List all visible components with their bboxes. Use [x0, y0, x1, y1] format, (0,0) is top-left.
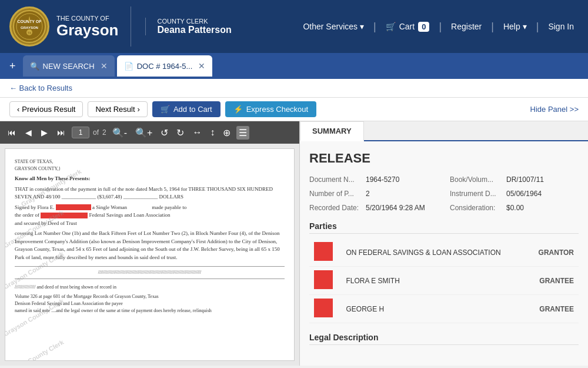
recorded-date-row: Recorded Date: 5/20/1964 9:28 AM: [309, 204, 438, 212]
instrument-date-row: Instrument D... 05/06/1964: [450, 190, 579, 198]
new-search-tab[interactable]: 🔍 NEW SEARCH ✕: [23, 55, 115, 77]
page-number-input[interactable]: [72, 127, 89, 138]
add-tab-button[interactable]: +: [5, 58, 21, 75]
close-new-search-tab[interactable]: ✕: [101, 61, 108, 71]
party-name: ON FEDERAL SAVINGS & LOAN ASSOCIATION: [341, 238, 527, 267]
party-role: GRANTEE: [527, 267, 579, 295]
close-doc-tab[interactable]: ✕: [198, 61, 205, 71]
zoom-fit-button[interactable]: ⊕: [220, 126, 233, 140]
document-type-title: RELEASE: [309, 151, 579, 166]
doc-tab[interactable]: 📄 DOC # 1964-5... ✕: [117, 55, 213, 77]
party-color-cell: [309, 238, 341, 267]
add-to-cart-button[interactable]: 🛒 Add to Cart: [152, 101, 220, 117]
party-color-cell: [309, 267, 341, 295]
action-bar: ‹ Previous Result Next Result › 🛒 Add to…: [0, 98, 588, 121]
next-result-button[interactable]: Next Result ›: [88, 101, 148, 117]
county-name: THE COUNTY OF Grayson: [56, 15, 119, 39]
svg-text:GRAYSON: GRAYSON: [21, 26, 38, 29]
rotate-left-button[interactable]: ↺: [158, 126, 171, 140]
party-role: GRANTEE: [527, 295, 579, 323]
svg-text:TX: TX: [28, 31, 32, 35]
legal-description-title: Legal Description: [309, 333, 579, 345]
viewer-toolbar: ⏮ ◀ ▶ ⏭ of 2 🔍- 🔍+ ↺ ↻ ↔ ↕ ⊕ ☰: [0, 121, 299, 144]
zoom-in-button[interactable]: 🔍+: [133, 126, 155, 140]
document-viewer: ⏮ ◀ ▶ ⏭ of 2 🔍- 🔍+ ↺ ↻ ↔ ↕ ⊕ ☰ Grayson C…: [0, 121, 300, 366]
fit-page-button[interactable]: ↕: [208, 126, 217, 139]
zoom-out-button[interactable]: 🔍-: [110, 126, 129, 140]
help-menu[interactable]: Help ▾: [499, 19, 532, 34]
breadcrumb: ← Back to Results: [0, 79, 588, 98]
info-grid: Document N... 1964-5270 Book/Volum... DR…: [309, 175, 579, 212]
cart-button[interactable]: 🛒 Cart 0: [381, 19, 435, 34]
fit-width-button[interactable]: ↔: [190, 126, 204, 139]
panel-content: RELEASE Document N... 1964-5270 Book/Vol…: [300, 141, 588, 359]
party-name: FLORA E SMITH: [341, 267, 527, 295]
prev-page-button[interactable]: ◀: [22, 127, 35, 138]
previous-result-button[interactable]: ‹ Previous Result: [9, 101, 83, 117]
book-volume-row: Book/Volum... DR/1007/11: [450, 175, 579, 184]
header-nav: Other Services ▾ | 🛒 Cart 0 | Register |…: [298, 19, 579, 34]
party-color-cell: [309, 295, 341, 323]
document-image: Grayson County Clerk Grayson County Cler…: [5, 148, 295, 361]
consideration-row: Consideration: $0.00: [450, 204, 579, 212]
document-text: STATE OF TEXAS,GRAYSON COUNTY,} Know all…: [5, 149, 294, 326]
party-role: GRANTOR: [527, 238, 579, 267]
express-checkout-button[interactable]: ⚡ Express Checkout: [225, 101, 317, 117]
party-name: GEORGE H: [341, 295, 527, 323]
document-number-row: Document N... 1964-5270: [309, 175, 438, 184]
hide-panel-button[interactable]: Hide Panel >>: [530, 105, 579, 114]
county-seal: COUNTY OF GRAYSON TX: [9, 6, 49, 47]
tabs-bar: + 🔍 NEW SEARCH ✕ 📄 DOC # 1964-5... ✕: [0, 53, 588, 79]
parties-table: ON FEDERAL SAVINGS & LOAN ASSOCIATION GR…: [309, 238, 579, 323]
parties-section-title: Parties: [309, 221, 579, 234]
main-content: ⏮ ◀ ▶ ⏭ of 2 🔍- 🔍+ ↺ ↻ ↔ ↕ ⊕ ☰ Grayson C…: [0, 121, 588, 366]
next-page-button[interactable]: ▶: [38, 127, 51, 138]
logo-area: COUNTY OF GRAYSON TX THE COUNTY OF Grays…: [9, 6, 131, 47]
table-row: ON FEDERAL SAVINGS & LOAN ASSOCIATION GR…: [309, 238, 579, 267]
summary-tab[interactable]: SUMMARY: [300, 121, 364, 141]
sign-in-button[interactable]: Sign In: [543, 19, 579, 34]
back-to-results-link[interactable]: ← Back to Results: [9, 84, 72, 92]
clerk-area: COUNTY CLERK Deana Patterson: [145, 18, 232, 35]
other-services-menu[interactable]: Other Services ▾: [298, 19, 369, 34]
number-of-pages-row: Number of P... 2: [309, 190, 438, 198]
right-panel: SUMMARY RELEASE Document N... 1964-5270 …: [300, 121, 588, 366]
panel-tabs: SUMMARY: [300, 121, 588, 141]
first-page-button[interactable]: ⏮: [5, 127, 19, 138]
table-row: GEORGE H GRANTEE: [309, 295, 579, 323]
register-link[interactable]: Register: [446, 19, 486, 34]
view-mode-button[interactable]: ☰: [236, 126, 249, 140]
rotate-right-button[interactable]: ↻: [174, 126, 186, 140]
top-header: COUNTY OF GRAYSON TX THE COUNTY OF Grays…: [0, 0, 588, 53]
table-row: FLORA E SMITH GRANTEE: [309, 267, 579, 295]
last-page-button[interactable]: ⏭: [54, 127, 68, 138]
